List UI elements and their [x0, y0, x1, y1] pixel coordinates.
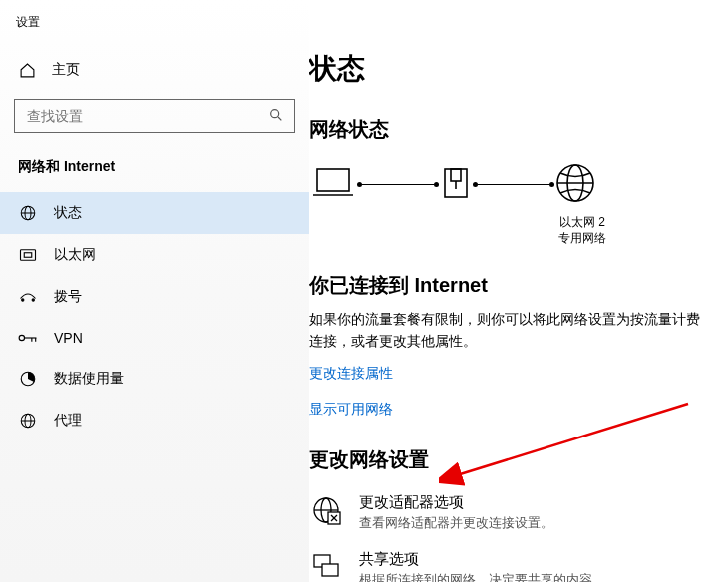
nav-label: 数据使用量: [54, 370, 124, 388]
home-icon: [18, 62, 36, 79]
diagram-labels: 以太网 2 专用网络: [457, 215, 708, 246]
search-icon: [268, 107, 284, 126]
datausage-icon: [18, 370, 38, 388]
sharing-title: 共享选项: [359, 550, 605, 569]
home-link[interactable]: 主页: [0, 51, 309, 89]
dialup-icon: [18, 290, 38, 304]
app-title: 设置: [16, 14, 309, 31]
adapter-options-desc: 查看网络适配器并更改连接设置。: [359, 514, 553, 532]
svg-rect-6: [24, 253, 32, 258]
nav-item-dialup[interactable]: 拨号: [0, 276, 309, 318]
svg-point-7: [22, 299, 24, 301]
page-title: 状态: [309, 50, 708, 88]
adapter-options-title: 更改适配器选项: [359, 493, 553, 512]
globe-large-icon: [554, 162, 596, 207]
home-label: 主页: [52, 61, 80, 79]
svg-rect-20: [451, 169, 461, 181]
adapter-options-icon: [309, 493, 343, 532]
link-show-available-networks[interactable]: 显示可用网络: [309, 401, 393, 419]
svg-point-9: [19, 335, 24, 340]
option-adapter-settings[interactable]: 更改适配器选项 查看网络适配器并更改连接设置。: [309, 493, 708, 532]
adapter-type: 专用网络: [457, 231, 708, 247]
globe-icon: [18, 204, 38, 222]
connected-title: 你已连接到 Internet: [309, 272, 708, 299]
search-input[interactable]: [25, 107, 268, 125]
svg-point-0: [271, 109, 279, 117]
nav-label: 代理: [54, 412, 82, 430]
nav-item-datausage[interactable]: 数据使用量: [0, 358, 309, 400]
vpn-icon: [18, 331, 38, 345]
proxy-icon: [18, 412, 38, 430]
adapter-name: 以太网 2: [457, 215, 708, 231]
svg-line-1: [278, 117, 281, 120]
laptop-icon: [309, 163, 357, 206]
ethernet-icon: [18, 247, 38, 263]
connected-desc: 如果你的流量套餐有限制，则你可以将此网络设置为按流量计费连接，或者更改其他属性。: [309, 309, 708, 352]
sharing-icon: [309, 550, 343, 582]
main-content: 状态 网络状态 以太网 2 专用网络 你已连接到 Internet 如果你的流量…: [309, 0, 728, 582]
svg-rect-5: [21, 250, 36, 261]
svg-point-8: [32, 299, 34, 301]
nav-label: 状态: [54, 204, 82, 222]
sharing-desc: 根据所连接到的网络，决定要共享的内容。: [359, 571, 605, 582]
option-sharing[interactable]: 共享选项 根据所连接到的网络，决定要共享的内容。: [309, 550, 708, 582]
svg-rect-17: [317, 169, 349, 191]
nav-label: 拨号: [54, 288, 82, 306]
sidebar-section-title: 网络和 Internet: [0, 158, 309, 182]
change-settings-title: 更改网络设置: [309, 446, 708, 473]
svg-rect-32: [322, 564, 338, 576]
link-change-connection-props[interactable]: 更改连接属性: [309, 365, 393, 383]
network-diagram: [309, 162, 708, 207]
search-box[interactable]: [14, 99, 295, 133]
nav-item-proxy[interactable]: 代理: [0, 400, 309, 441]
nav-item-status[interactable]: 状态: [0, 192, 309, 234]
router-icon: [439, 163, 473, 206]
network-status-title: 网络状态: [309, 116, 708, 143]
sidebar: 设置 主页 网络和 Internet 状态 以太网: [0, 0, 309, 582]
nav-label: 以太网: [54, 246, 96, 264]
nav-label: VPN: [54, 330, 83, 346]
nav-item-ethernet[interactable]: 以太网: [0, 234, 309, 276]
nav-item-vpn[interactable]: VPN: [0, 318, 309, 358]
